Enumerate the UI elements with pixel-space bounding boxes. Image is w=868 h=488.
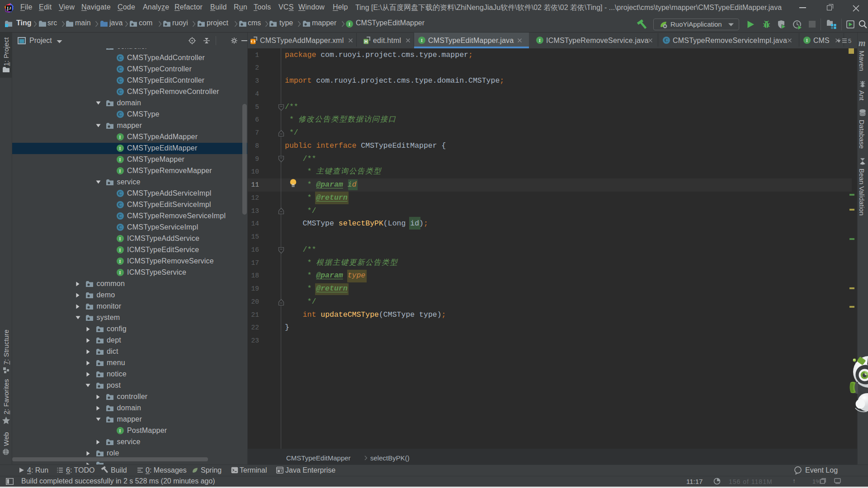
svg-text:H: H [364,39,368,44]
